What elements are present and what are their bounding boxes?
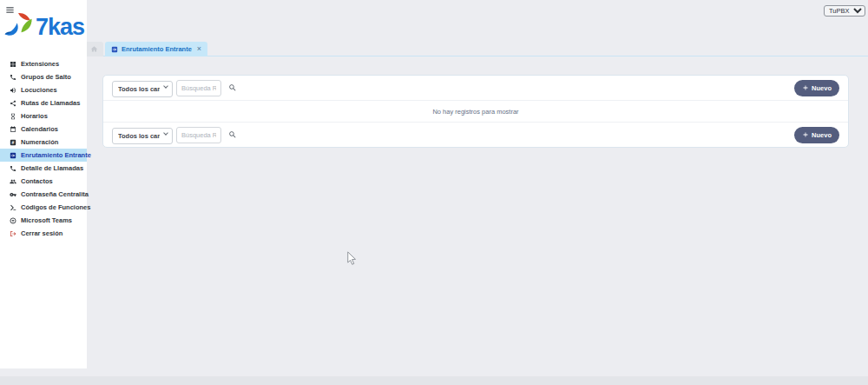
- field-filter: Todos los campos: [112, 126, 173, 144]
- sidebar-item-locuciones[interactable]: Locuciones: [0, 83, 87, 96]
- search-icon[interactable]: [228, 83, 237, 92]
- toolbar-bottom: Todos los campos Nuevo: [103, 122, 848, 147]
- mouse-cursor: [346, 251, 357, 266]
- quick-search-input[interactable]: [176, 80, 221, 96]
- sidebar: 7kas ExtensionesGrupos de SaltoLocucione…: [0, 0, 87, 368]
- sidebar-item-label: Enrutamiento Entrante: [21, 151, 91, 159]
- sidebar-item-numeracion[interactable]: #Numeración: [0, 136, 87, 149]
- contacts-icon: [10, 178, 16, 185]
- sidebar-item-label: Contactos: [21, 177, 53, 185]
- sidebar-item-rutas-de-llamadas[interactable]: Rutas de Llamadas: [0, 96, 87, 110]
- logout-icon: [10, 230, 16, 237]
- new-button-label: Nuevo: [812, 131, 832, 139]
- extensions-icon: [10, 61, 16, 68]
- search-icon[interactable]: [228, 130, 237, 139]
- sidebar-item-contrasena-centralita[interactable]: Contraseña Centralita: [0, 188, 87, 201]
- tab-enrutamiento-entrante[interactable]: Enrutamiento Entrante ×: [105, 42, 207, 56]
- sidebar-item-contactos[interactable]: Contactos: [0, 175, 87, 188]
- window-bottom-edge: [0, 376, 868, 385]
- inbound-route-icon: [111, 46, 118, 53]
- teams-icon: [10, 217, 16, 224]
- call-detail-icon: [10, 165, 16, 172]
- plus-icon: [802, 84, 809, 91]
- sidebar-item-label: Cerrar sesión: [21, 229, 62, 237]
- sidebar-item-label: Calendarios: [21, 125, 58, 133]
- tab-home[interactable]: [84, 42, 103, 56]
- sidebar-item-microsoft-teams[interactable]: Microsoft Teams: [0, 214, 87, 227]
- new-button[interactable]: Nuevo: [794, 127, 839, 143]
- brand-bird-icon: [3, 11, 35, 40]
- sidebar-item-label: Detalle de Llamadas: [21, 164, 83, 172]
- sidebar-item-label: Horarios: [21, 112, 48, 120]
- empty-state-text: No hay registros para mostrar: [432, 108, 518, 116]
- field-filter-select[interactable]: Todos los campos: [112, 81, 173, 97]
- sidebar-item-label: Códigos de Funciones: [21, 203, 90, 211]
- plus-icon: [802, 131, 809, 138]
- sidebar-item-cerrar-sesion[interactable]: Cerrar sesión: [0, 227, 87, 240]
- tab-bar: Enrutamiento Entrante ×: [84, 42, 868, 56]
- brand-logo: 7kas: [3, 11, 84, 40]
- toolbar-top: Todos los campos Nuevo: [103, 76, 848, 101]
- calendar-icon: [10, 126, 16, 133]
- close-icon[interactable]: ×: [197, 45, 201, 53]
- inbound-route-icon: [10, 152, 16, 159]
- sidebar-item-label: Rutas de Llamadas: [21, 99, 80, 107]
- numbering-icon: #: [10, 139, 16, 146]
- svg-text:#: #: [12, 139, 15, 144]
- tab-label: Enrutamiento Entrante: [122, 45, 192, 53]
- sidebar-item-codigos-de-funciones[interactable]: Códigos de Funciones: [0, 201, 87, 214]
- sidebar-item-extensiones[interactable]: Extensiones: [0, 57, 87, 70]
- audio-prompts-icon: [10, 87, 16, 94]
- feature-codes-icon: [10, 204, 16, 211]
- call-routes-icon: [10, 100, 16, 107]
- sidebar-item-label: Extensiones: [21, 60, 59, 68]
- brand-name: 7kas: [36, 15, 84, 40]
- sidebar-item-calendarios[interactable]: Calendarios: [0, 123, 87, 136]
- password-icon: [10, 191, 16, 198]
- home-icon: [90, 45, 98, 53]
- field-filter: Todos los campos: [112, 79, 173, 97]
- new-button-label: Nuevo: [812, 84, 832, 92]
- jump-groups-icon: [10, 74, 16, 81]
- quick-search-input[interactable]: [176, 127, 221, 143]
- tenant-selector: TuPBX: [824, 1, 865, 17]
- inbound-routes-panel: Todos los campos Nuevo No hay registros …: [102, 75, 849, 148]
- field-filter-select[interactable]: Todos los campos: [112, 128, 173, 144]
- sidebar-item-horarios[interactable]: Horarios: [0, 110, 87, 123]
- sidebar-item-detalle-de-llamadas[interactable]: Detalle de Llamadas: [0, 162, 87, 175]
- new-button[interactable]: Nuevo: [794, 80, 839, 96]
- sidebar-item-label: Microsoft Teams: [21, 216, 72, 224]
- sidebar-item-label: Numeración: [21, 138, 58, 146]
- sidebar-menu: ExtensionesGrupos de SaltoLocucionesRuta…: [0, 57, 87, 240]
- sidebar-item-label: Grupos de Salto: [21, 73, 71, 81]
- sidebar-item-label: Contraseña Centralita: [21, 190, 89, 198]
- sidebar-item-grupos-de-salto[interactable]: Grupos de Salto: [0, 70, 87, 83]
- tenant-select[interactable]: TuPBX: [824, 5, 865, 17]
- sidebar-item-enrutamiento-entrante[interactable]: Enrutamiento Entrante: [0, 149, 87, 162]
- empty-state: No hay registros para mostrar: [103, 101, 848, 122]
- schedules-icon: [10, 113, 16, 120]
- sidebar-item-label: Locuciones: [21, 86, 57, 94]
